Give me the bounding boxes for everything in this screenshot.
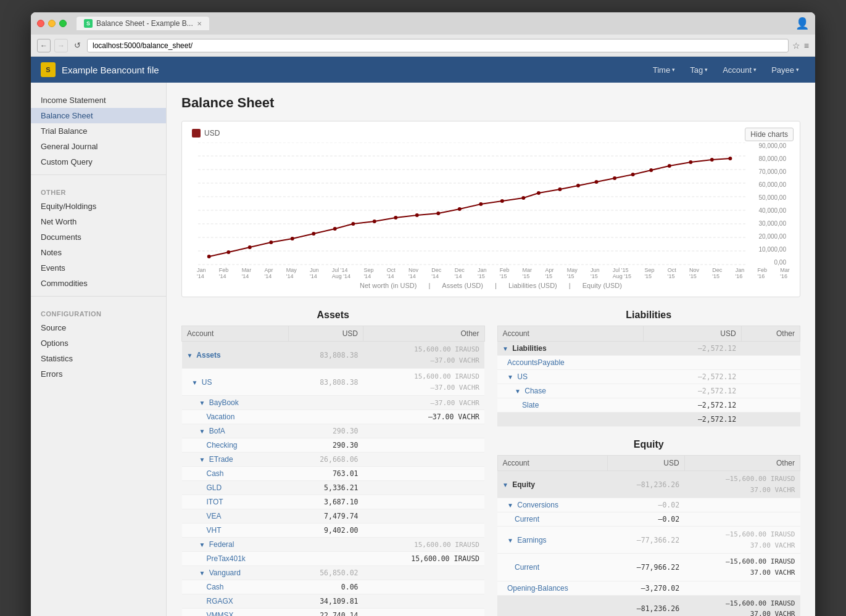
other-cell: –37.00 VACHR — [363, 410, 484, 424]
x-label: Dec'15 — [712, 267, 722, 279]
active-tab[interactable]: S Balance Sheet - Example B... ✕ — [77, 17, 209, 30]
expand-icon[interactable]: ▼ — [187, 352, 193, 359]
chart-point — [269, 240, 273, 244]
table-row: Cash 0.06 — [182, 580, 485, 594]
table-row: ▼ Liabilities –2,572.12 — [497, 342, 800, 356]
sidebar-item-equity-holdings[interactable]: Equity/Holdings — [31, 199, 166, 214]
account-link[interactable]: Cash — [207, 469, 224, 478]
maximize-button[interactable] — [59, 20, 67, 27]
sidebar-item-statistics[interactable]: Statistics — [31, 351, 166, 366]
account-link[interactable]: RGAGX — [207, 597, 233, 606]
total-other: –15,600.00 IRAUSD37.00 VACHR — [684, 595, 800, 616]
account-link[interactable]: VHT — [207, 526, 222, 535]
account-link[interactable]: Vanguard — [209, 569, 241, 577]
account-link[interactable]: Conversions — [517, 501, 558, 509]
sidebar-item-errors[interactable]: Errors — [31, 366, 166, 382]
window-controls: 👤 — [795, 17, 809, 30]
sidebar-item-balance-sheet[interactable]: Balance Sheet — [31, 108, 166, 123]
y-label-7: 70,000,00 — [749, 168, 786, 175]
expand-icon[interactable]: ▼ — [199, 570, 205, 577]
account-link[interactable]: ETrade — [209, 455, 233, 464]
minimize-button[interactable] — [48, 20, 56, 27]
sidebar-item-notes[interactable]: Notes — [31, 245, 166, 260]
expand-icon[interactable]: ▼ — [507, 374, 513, 380]
equity-title: Equity — [497, 439, 801, 450]
tab-close-icon[interactable]: ✕ — [197, 20, 202, 27]
close-button[interactable] — [37, 20, 44, 27]
account-link[interactable]: BayBook — [209, 398, 239, 407]
table-row: ITOT 3,687.10 — [182, 495, 485, 509]
expand-icon[interactable]: ▼ — [199, 541, 205, 548]
tag-nav-button[interactable]: Tag ▾ — [684, 63, 714, 77]
account-link[interactable]: Earnings — [517, 536, 546, 544]
account-link[interactable]: Assets — [196, 351, 220, 359]
assets-col-usd: USD — [288, 326, 363, 342]
account-link[interactable]: Current — [515, 515, 539, 524]
hide-charts-button[interactable]: Hide charts — [745, 128, 794, 141]
back-button[interactable]: ← — [37, 39, 51, 52]
expand-icon[interactable]: ▼ — [507, 502, 513, 509]
sidebar-item-source[interactable]: Source — [31, 320, 166, 335]
payee-nav-button[interactable]: Payee ▾ — [765, 63, 805, 77]
account-link[interactable]: Cash — [207, 583, 224, 591]
other-cell — [363, 609, 484, 616]
sidebar-item-income-statement[interactable]: Income Statement — [31, 92, 166, 108]
account-link[interactable]: AccountsPayable — [507, 358, 565, 367]
account-link[interactable]: US — [202, 378, 212, 387]
y-axis-labels: 90,000,00 80,000,00 70,000,00 60,000,00 … — [745, 142, 790, 266]
account-link[interactable]: ITOT — [207, 498, 223, 506]
liabilities-title: Liabilities — [497, 310, 801, 321]
chart-point — [333, 227, 337, 231]
account-link[interactable]: Checking — [207, 441, 238, 450]
forward-button[interactable]: → — [54, 39, 68, 52]
expand-icon[interactable]: ▼ — [502, 345, 508, 352]
menu-icon[interactable]: ≡ — [804, 41, 809, 51]
usd-cell: 290.30 — [288, 438, 363, 453]
account-link[interactable]: Slate — [522, 401, 539, 409]
sidebar-item-net-worth[interactable]: Net Worth — [31, 214, 166, 229]
sidebar-item-events[interactable]: Events — [31, 260, 166, 276]
chart-svg — [198, 142, 745, 266]
expand-icon[interactable]: ▼ — [515, 388, 521, 395]
table-row: ▼ Earnings –77,366.22 –15,600.00 IRAUSD3… — [497, 527, 800, 554]
sidebar-item-options[interactable]: Options — [31, 335, 166, 351]
sidebar-item-commodities[interactable]: Commodities — [31, 276, 166, 291]
account-link[interactable]: Chase — [525, 387, 546, 395]
other-cell: 15,600.00 IRAUSD–37.00 VACHR — [363, 342, 484, 369]
refresh-button[interactable]: ↺ — [72, 41, 83, 50]
assets-title: Assets — [181, 310, 485, 321]
url-bar[interactable] — [87, 39, 789, 52]
tab-favicon: S — [84, 19, 93, 28]
account-link[interactable]: Current — [515, 563, 539, 572]
x-label: Mar'16 — [780, 267, 790, 279]
account-link[interactable]: BofA — [209, 427, 225, 435]
expand-icon[interactable]: ▼ — [192, 379, 198, 386]
time-nav-button[interactable]: Time ▾ — [647, 63, 681, 77]
sidebar-item-custom-query[interactable]: Custom Query — [31, 154, 166, 170]
account-link[interactable]: Vacation — [207, 413, 235, 421]
expand-icon[interactable]: ▼ — [199, 428, 205, 435]
equity-total-row: –81,236.26 –15,600.00 IRAUSD37.00 VACHR — [497, 595, 800, 616]
expand-icon[interactable]: ▼ — [199, 456, 205, 463]
sidebar-item-trial-balance[interactable]: Trial Balance — [31, 123, 166, 139]
account-link[interactable]: Federal — [209, 540, 234, 549]
expand-icon[interactable]: ▼ — [199, 400, 205, 406]
legend-assets: Assets (USD) — [442, 282, 483, 289]
account-cell: PreTax401k — [182, 552, 289, 566]
sidebar-item-general-journal[interactable]: General Journal — [31, 139, 166, 154]
other-cell — [363, 424, 484, 438]
account-link[interactable]: VMMSX — [207, 611, 234, 616]
expand-icon[interactable]: ▼ — [502, 482, 508, 488]
account-link[interactable]: US — [517, 372, 528, 381]
usd-cell: 22,740.14 — [288, 609, 363, 616]
account-nav-button[interactable]: Account ▾ — [716, 63, 763, 77]
other-cell — [363, 594, 484, 609]
account-link[interactable]: PreTax401k — [207, 554, 246, 563]
bookmark-icon[interactable]: ☆ — [792, 41, 800, 51]
account-link[interactable]: Opening-Balances — [507, 584, 568, 593]
account-link[interactable]: VEA — [207, 512, 222, 520]
account-link[interactable]: GLD — [207, 483, 222, 492]
sidebar-item-documents[interactable]: Documents — [31, 229, 166, 245]
y-label-9: 90,000,00 — [749, 142, 786, 149]
expand-icon[interactable]: ▼ — [507, 537, 513, 544]
